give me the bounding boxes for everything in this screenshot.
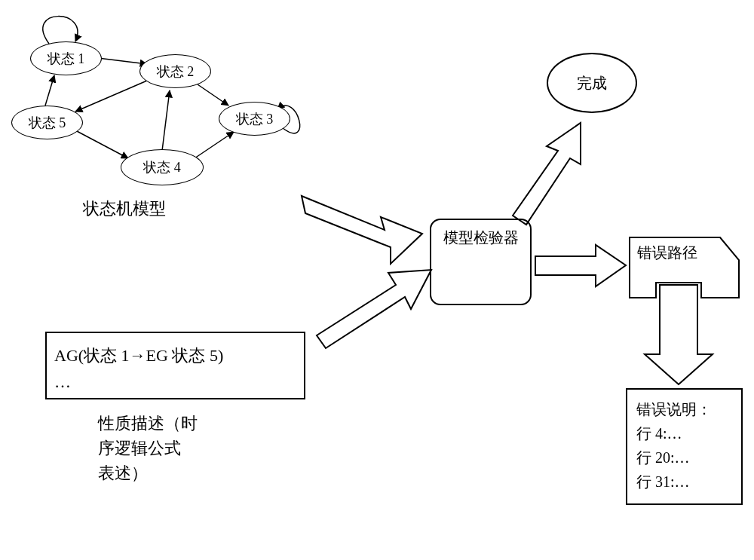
error-detail-line1: 行 4:…	[636, 421, 732, 445]
complete-label: 完成	[577, 73, 607, 93]
checker-label: 模型检验器	[443, 228, 519, 248]
state-label: 状态 4	[143, 158, 181, 176]
arrow-state-to-checker	[302, 196, 422, 264]
arrow-formula-to-checker	[317, 270, 431, 348]
state-label: 状态 1	[48, 50, 85, 68]
arrow-checker-to-errorpath	[535, 245, 626, 286]
error-path-label: 错误路径	[637, 243, 697, 263]
formula-caption: 性质描述（时 序逻辑公式 表述）	[98, 411, 198, 485]
state-machine-caption: 状态机模型	[83, 196, 166, 221]
svg-line-0	[98, 58, 147, 64]
model-checker-box: 模型检验器	[430, 219, 532, 305]
error-detail-title: 错误说明：	[636, 397, 732, 421]
state-node-5: 状态 5	[11, 106, 83, 139]
arrow-checker-to-complete	[513, 123, 581, 225]
state-node-3: 状态 3	[219, 102, 290, 136]
complete-node: 完成	[547, 53, 637, 113]
formula-box: AG(状态 1→EG 状态 5) …	[45, 332, 305, 399]
state-label: 状态 2	[157, 63, 195, 81]
arrow-errorpath-to-detail	[645, 285, 713, 384]
state-node-2: 状态 2	[139, 54, 211, 88]
svg-line-3	[45, 75, 54, 106]
svg-line-2	[75, 81, 147, 112]
state-node-1: 状态 1	[30, 41, 102, 75]
formula-line1: AG(状态 1→EG 状态 5)	[54, 342, 296, 369]
state-node-4: 状态 4	[121, 149, 204, 185]
error-detail-box: 错误说明： 行 4:… 行 20:… 行 31:…	[626, 388, 743, 505]
svg-line-4	[75, 130, 128, 158]
error-detail-line3: 行 31:…	[636, 470, 732, 494]
svg-line-1	[198, 84, 228, 106]
svg-line-5	[162, 90, 170, 151]
state-label: 状态 5	[29, 114, 66, 132]
error-detail-line2: 行 20:…	[636, 445, 732, 470]
svg-line-6	[195, 132, 234, 158]
state-label: 状态 3	[236, 110, 274, 128]
formula-line2: …	[54, 369, 296, 395]
